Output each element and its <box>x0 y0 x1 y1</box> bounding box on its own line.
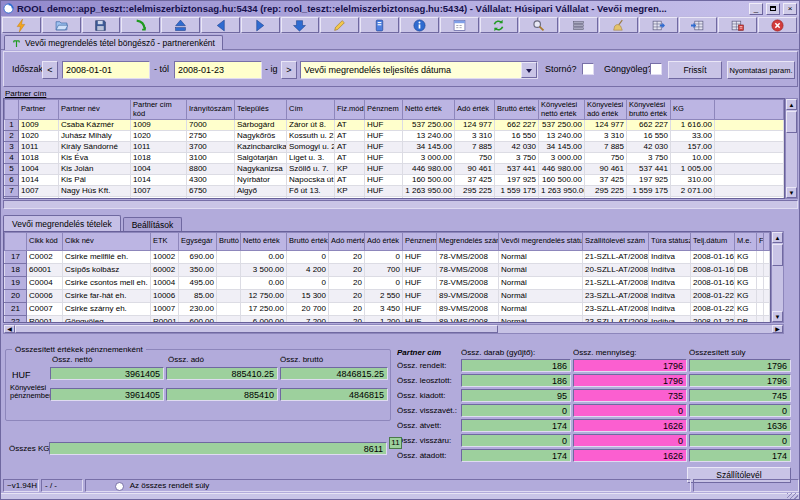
scroll-thumb[interactable] <box>772 244 783 266</box>
tab-vevoi-megrendeles-bongeszo[interactable]: Vevői megrendelés tétel böngésző - partn… <box>4 35 223 50</box>
document-button[interactable] <box>360 17 399 33</box>
row-number[interactable]: 22 <box>5 316 27 324</box>
column-header[interactable]: Bruttó <box>217 233 241 251</box>
partner-row[interactable]: 71007Nagy Hús Kft.10076750AlgyőFő út 13.… <box>5 186 784 197</box>
column-header[interactable]: Pénznem <box>365 100 403 120</box>
column-header[interactable]: Cikk kód <box>27 233 63 251</box>
item-row[interactable]: 17C0002Csirke mellfilé eh.10002690.000.0… <box>5 251 770 264</box>
calendar-button[interactable] <box>440 17 479 33</box>
row-number[interactable]: 1 <box>5 120 19 131</box>
rows-button[interactable] <box>559 17 598 33</box>
column-header[interactable]: Nettó érték <box>403 100 455 120</box>
scroll-down-button[interactable]: ▼ <box>786 187 797 198</box>
scroll-up-button[interactable]: ▲ <box>772 232 783 243</box>
scroll-left-button[interactable]: ◀ <box>4 325 15 333</box>
row-number[interactable]: 21 <box>5 303 27 316</box>
row-number[interactable]: 7 <box>5 186 19 197</box>
row-number[interactable]: 8 <box>5 197 19 200</box>
next-period-button[interactable]: > <box>281 61 297 79</box>
column-header[interactable]: ETK <box>151 233 179 251</box>
item-row[interactable]: 22R0001GöngyölegR0001600.006 000.007 200… <box>5 316 770 324</box>
nyomtatasi-param-button[interactable]: Nyomtatási param. <box>727 61 795 79</box>
combo-arrow-button[interactable] <box>521 62 537 78</box>
partner-row[interactable]: 81002Nagy Nándor10026070IzsákSólyom u. 2… <box>5 197 784 200</box>
close-button[interactable]: × <box>783 3 797 15</box>
partner-row[interactable]: 11009Csaba Kázmér10097000SárbogárdZáror … <box>5 120 784 131</box>
frissit-button[interactable]: Frissít <box>668 61 722 79</box>
date-to-input[interactable] <box>174 61 262 79</box>
eject-button[interactable] <box>161 17 200 33</box>
row-number[interactable]: 6 <box>5 175 19 186</box>
item-row[interactable]: 19C0004Csirke csontos mell eh.10004495.0… <box>5 277 770 290</box>
refresh-button[interactable] <box>480 17 519 33</box>
column-header[interactable]: Bruttó érték <box>495 100 539 120</box>
date-from-input[interactable] <box>62 61 150 79</box>
row-number[interactable]: 4 <box>5 153 19 164</box>
row-number[interactable]: 17 <box>5 251 27 264</box>
partner-row[interactable]: 41018Kis Éva10183100SalgótarjánLiget u. … <box>5 153 784 164</box>
row-number[interactable]: 18 <box>5 264 27 277</box>
open-folder-button[interactable] <box>42 17 81 33</box>
report-button[interactable] <box>718 17 757 33</box>
resize-grip[interactable] <box>787 493 798 500</box>
column-header[interactable]: Fiz.mód <box>335 100 365 120</box>
info-button[interactable] <box>400 17 439 33</box>
scroll-right-button[interactable]: ▶ <box>772 325 783 333</box>
column-header[interactable]: Vevői megrendelés státusz <box>499 233 583 251</box>
column-header[interactable]: Megrendelés szám <box>437 233 499 251</box>
column-header[interactable]: Partner <box>19 100 59 120</box>
row-number[interactable]: 3 <box>5 142 19 153</box>
gongyoleg-checkbox[interactable] <box>650 63 662 75</box>
partner-row[interactable]: 21020Juhász Mihály10202750NagykőrösKossu… <box>5 131 784 142</box>
column-header[interactable]: Adó érték <box>365 233 403 251</box>
search-button[interactable] <box>519 17 558 33</box>
column-header[interactable]: Partner cím kód <box>131 100 187 120</box>
scroll-up-button[interactable]: ▲ <box>786 99 797 110</box>
column-header[interactable]: Irányítószám <box>187 100 235 120</box>
column-header[interactable]: M.e. <box>735 233 757 251</box>
import-table-button[interactable] <box>679 17 718 33</box>
edit-button[interactable] <box>320 17 359 33</box>
item-row[interactable]: 21C0007Csirke szárny eh.10007230.0017 25… <box>5 303 770 316</box>
column-header[interactable]: Adó érték <box>455 100 495 120</box>
column-header[interactable]: Bruttó érték <box>287 233 329 251</box>
prev-record-button[interactable] <box>201 17 240 33</box>
partner-row[interactable]: 51004Kis Jolán10048800NagykanizsaSzöllő … <box>5 164 784 175</box>
column-header[interactable]: Partner név <box>59 100 131 120</box>
scroll-down-button[interactable]: ▼ <box>772 311 783 322</box>
row-number[interactable]: 5 <box>5 164 19 175</box>
partner-row[interactable]: 61014Kis Pál10144300NyírbátorNapocska út… <box>5 175 784 186</box>
clear-button[interactable] <box>599 17 638 33</box>
partner-horizontal-scrollbar[interactable] <box>3 200 798 209</box>
scroll-thumb[interactable] <box>15 325 498 333</box>
column-header[interactable]: Település <box>235 100 287 120</box>
row-number[interactable]: 19 <box>5 277 27 290</box>
column-header[interactable]: Könyvelési nettó érték <box>539 100 585 120</box>
next-record-button[interactable] <box>241 17 280 33</box>
connect-button[interactable] <box>121 17 160 33</box>
column-header[interactable]: Cím <box>287 100 335 120</box>
scroll-thumb[interactable] <box>786 111 797 133</box>
close-app-button[interactable] <box>758 17 797 33</box>
partner-row[interactable]: 31011Király Sándorné10113700Kazincbarcik… <box>5 142 784 153</box>
prev-period-button[interactable]: < <box>42 61 58 79</box>
save-button[interactable] <box>82 17 121 33</box>
osszes-rendelt-suly-radio[interactable] <box>115 482 124 491</box>
minimize-button[interactable]: _ <box>749 3 763 15</box>
column-header[interactable]: Telj.dátum <box>691 233 735 251</box>
date-type-select[interactable]: Vevői megrendelés teljesítés dátuma <box>300 61 538 79</box>
tab-beallitasok[interactable]: Beállítások <box>123 217 183 231</box>
column-header[interactable]: Egységár <box>179 233 217 251</box>
column-header[interactable]: Nettó érték <box>241 233 287 251</box>
column-header[interactable]: Szállítólevél szám <box>583 233 649 251</box>
column-header[interactable]: Pénznem <box>403 233 437 251</box>
column-header[interactable]: Cikk név <box>63 233 151 251</box>
column-header[interactable]: KG <box>671 100 715 120</box>
tab-vevoi-megrendeles-tetelek[interactable]: Vevői megrendelés tételek <box>3 215 121 231</box>
export-table-button[interactable] <box>639 17 678 33</box>
column-header[interactable]: Könyvelési adó érték <box>585 100 627 120</box>
restore-button[interactable] <box>766 3 780 15</box>
item-row[interactable]: 20C0006Csirke far-hát eh.1000685.0012 75… <box>5 290 770 303</box>
flash-button[interactable] <box>2 17 41 33</box>
row-number[interactable]: 2 <box>5 131 19 142</box>
